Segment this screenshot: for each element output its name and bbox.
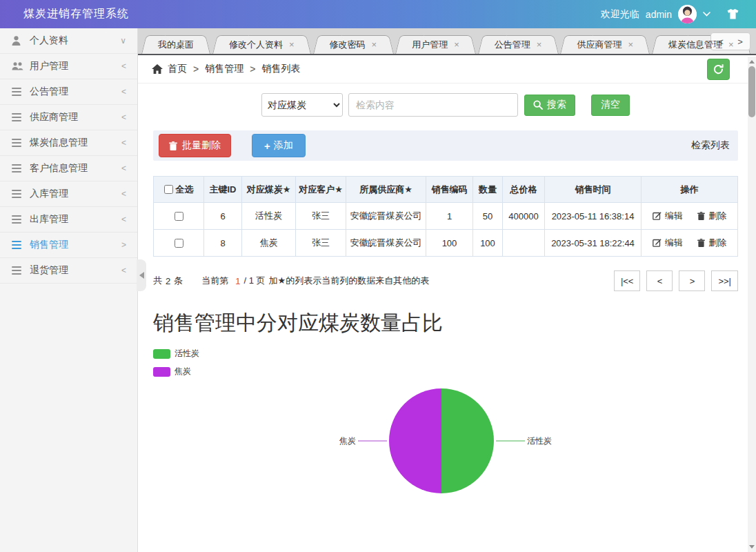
total-count: 2 xyxy=(166,276,170,286)
search-button[interactable]: 搜索 xyxy=(524,95,575,116)
leader-line xyxy=(496,440,525,442)
refresh-button[interactable] xyxy=(707,59,730,80)
sidebar-item-notice-mgmt[interactable]: 公告管理 < xyxy=(0,79,137,105)
row-checkbox[interactable] xyxy=(175,239,183,248)
sidebar-item-supplier-mgmt[interactable]: 供应商管理 < xyxy=(0,105,137,130)
pie-label-coke: 焦炭 xyxy=(339,435,356,447)
total-prefix: 共 xyxy=(153,275,162,287)
sidebar-item-returns-mgmt[interactable]: 退货管理 < xyxy=(0,258,137,284)
sidebar-item-customer-info-mgmt[interactable]: 客户信息管理 < xyxy=(0,156,137,181)
cell-time: 2023-05-31 18:22:44 xyxy=(545,230,641,257)
tab-bar: 我的桌面 修改个人资料 × 修改密码 × 用户管理 × 公告管理 × 供应商管理… xyxy=(138,28,756,55)
delete-link[interactable]: 删除 xyxy=(697,237,726,249)
tshirt-icon[interactable] xyxy=(726,9,739,19)
breadcrumb-sales-mgmt[interactable]: 销售管理 xyxy=(205,63,243,75)
tab-user-mgmt[interactable]: 用户管理 × xyxy=(395,35,476,54)
list-icon xyxy=(12,88,24,96)
pagination-buttons: |<< < > >>| xyxy=(614,270,738,291)
legend-item-active-carbon[interactable]: 活性炭 xyxy=(153,348,199,359)
users-icon xyxy=(12,62,24,70)
scrollbar-thumb[interactable] xyxy=(748,66,755,117)
row-checkbox[interactable] xyxy=(175,212,183,221)
column-header: 对应煤炭★ xyxy=(242,177,296,203)
chevron-down-icon[interactable] xyxy=(703,12,710,17)
search-input[interactable] xyxy=(348,93,518,117)
cell-supplier: 安徽皖晋煤炭公司 xyxy=(346,230,426,257)
list-icon xyxy=(12,164,24,172)
close-icon[interactable]: × xyxy=(372,39,377,50)
add-button[interactable]: + 添加 xyxy=(252,134,306,157)
close-icon[interactable]: × xyxy=(454,39,459,50)
delete-link[interactable]: 删除 xyxy=(697,210,726,222)
batch-delete-button[interactable]: 批量删除 xyxy=(159,134,231,157)
close-icon[interactable]: × xyxy=(289,39,295,50)
cell-customer: 张三 xyxy=(296,230,346,257)
tab-label: 公告管理 xyxy=(495,39,530,51)
list-icon xyxy=(12,241,24,249)
table-row: 6 活性炭 张三 安徽皖晋煤炭公司 1 50 400000 2023-05-11… xyxy=(154,203,738,230)
column-header: 对应客户★ xyxy=(296,177,346,203)
first-page-button[interactable]: |<< xyxy=(614,270,641,291)
cell-id: 6 xyxy=(204,203,242,230)
trash-icon xyxy=(169,141,177,150)
tab-notice-mgmt[interactable]: 公告管理 × xyxy=(478,35,559,54)
sidebar-item-sales-mgmt[interactable]: 销售管理 > xyxy=(0,233,137,258)
sidebar-item-profile[interactable]: 个人资料 ∨ xyxy=(0,28,137,54)
tab-supplier-mgmt[interactable]: 供应商管理 × xyxy=(560,35,650,54)
next-page-button[interactable]: > xyxy=(679,270,705,291)
app-title: 煤炭进销存管理系统 xyxy=(23,7,129,21)
user-icon xyxy=(12,36,24,46)
tab-change-password[interactable]: 修改密码 × xyxy=(313,35,394,54)
prev-page-button[interactable]: < xyxy=(646,270,673,291)
username[interactable]: admin xyxy=(646,9,672,20)
tab-label: 煤炭信息管理 xyxy=(668,39,722,51)
legend-item-coke[interactable]: 焦炭 xyxy=(153,366,191,377)
breadcrumb-home[interactable]: 首页 xyxy=(168,63,187,75)
pie-chart-area: 焦炭 活性炭 xyxy=(153,388,738,493)
cell-qty: 50 xyxy=(473,203,503,230)
avatar[interactable] xyxy=(678,5,697,23)
search-list-label: 检索列表 xyxy=(691,139,733,152)
cell-code: 1 xyxy=(426,203,473,230)
tab-label: 我的桌面 xyxy=(158,39,194,51)
edit-link[interactable]: 编辑 xyxy=(653,237,683,249)
close-icon[interactable]: × xyxy=(728,39,734,50)
sidebar-item-label: 煤炭信息管理 xyxy=(30,137,121,149)
chevron-right-icon: > xyxy=(121,240,126,250)
sidebar-item-coal-info-mgmt[interactable]: 煤炭信息管理 < xyxy=(0,130,137,156)
total-suffix: 条 xyxy=(174,275,183,287)
search-row: 对应煤炭 搜索 清空 xyxy=(153,93,738,117)
search-field-select[interactable]: 对应煤炭 xyxy=(261,93,343,117)
legend-swatch xyxy=(153,349,170,359)
close-icon[interactable]: × xyxy=(628,39,633,50)
sidebar-item-user-mgmt[interactable]: 用户管理 < xyxy=(0,54,137,79)
cell-supplier: 安徽皖晋煤炭公司 xyxy=(346,203,426,230)
edit-icon xyxy=(653,238,662,247)
close-icon[interactable]: × xyxy=(537,39,542,50)
select-all-checkbox[interactable] xyxy=(164,185,173,194)
cell-coal: 焦炭 xyxy=(242,230,296,257)
tab-edit-profile[interactable]: 修改个人资料 × xyxy=(212,35,311,54)
column-header: 销售时间 xyxy=(545,177,641,203)
column-header: 数量 xyxy=(473,177,503,203)
pie-label-active-carbon: 活性炭 xyxy=(527,435,552,447)
list-icon xyxy=(12,190,24,198)
tab-label: 修改个人资料 xyxy=(229,39,283,51)
sidebar-item-label: 出库管理 xyxy=(30,213,121,226)
clear-button[interactable]: 清空 xyxy=(591,95,630,116)
scroll-up-arrow-icon[interactable] xyxy=(749,60,755,63)
tab-my-desktop[interactable]: 我的桌面 xyxy=(141,35,210,54)
sidebar-item-label: 供应商管理 xyxy=(30,111,121,124)
sidebar-item-label: 用户管理 xyxy=(30,60,121,72)
chevron-left-icon: < xyxy=(121,266,126,275)
edit-link[interactable]: 编辑 xyxy=(653,210,683,222)
sidebar-item-inbound-mgmt[interactable]: 入库管理 < xyxy=(0,181,137,207)
last-page-button[interactable]: >>| xyxy=(711,270,738,291)
sidebar-item-label: 公告管理 xyxy=(30,86,121,98)
column-header: 主键ID xyxy=(204,177,242,203)
list-icon xyxy=(12,215,24,224)
chevron-left-icon: < xyxy=(121,112,126,122)
sidebar-collapse-handle[interactable] xyxy=(137,259,146,291)
sidebar-item-outbound-mgmt[interactable]: 出库管理 < xyxy=(0,207,137,233)
scroll-down-arrow-icon[interactable] xyxy=(749,545,755,549)
